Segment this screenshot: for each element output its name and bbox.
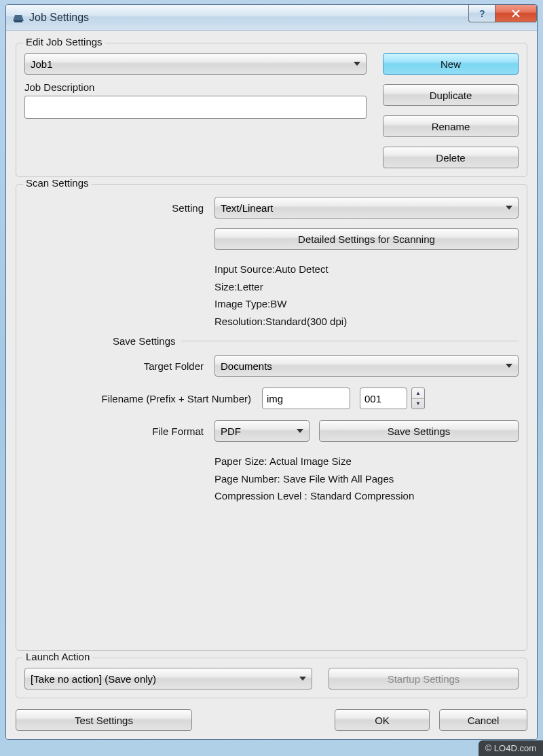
file-format-value: PDF (221, 426, 241, 437)
launch-action-label: Launch Action (23, 651, 92, 662)
spinner-down-icon[interactable]: ▼ (412, 399, 424, 409)
scan-settings-group: Scan Settings Setting Text/Lineart Detai… (16, 184, 527, 651)
new-button[interactable]: New (383, 53, 519, 75)
app-icon (12, 12, 25, 24)
info-compression: Compression Level : Standard Compression (214, 487, 414, 505)
window-title: Job Settings (29, 12, 89, 24)
info-page-number: Page Number: Save File With All Pages (214, 470, 414, 488)
spinner-up-icon[interactable]: ▲ (412, 388, 424, 399)
file-format-label: File Format (24, 426, 214, 437)
launch-action-group: Launch Action [Take no action] (Save onl… (16, 658, 527, 698)
scan-settings-label: Scan Settings (23, 177, 92, 189)
job-description-label: Job Description (24, 81, 367, 93)
job-select-value: Job1 (31, 58, 53, 70)
info-resolution: Resolution:Standard(300 dpi) (214, 313, 347, 330)
launch-action-select[interactable]: [Take no action] (Save only) (24, 668, 312, 689)
save-settings-label: Save Settings (113, 335, 176, 347)
detailed-settings-button[interactable]: Detailed Settings for Scanning (214, 228, 519, 250)
test-settings-button[interactable]: Test Settings (16, 709, 192, 731)
startup-settings-button[interactable]: Startup Settings (329, 668, 519, 689)
svg-rect-1 (14, 20, 22, 22)
info-image-type: Image Type:BW (214, 295, 347, 313)
divider (181, 341, 519, 341)
launch-action-value: [Take no action] (Save only) (31, 673, 156, 685)
target-folder-label: Target Folder (24, 360, 214, 372)
cancel-button[interactable]: Cancel (439, 709, 527, 731)
info-input-source: Input Source:Auto Detect (214, 261, 347, 278)
filename-prefix-input[interactable] (262, 388, 350, 409)
watermark: © LO4D.com (479, 740, 543, 756)
svg-text:?: ? (479, 9, 485, 18)
edit-job-settings-group: Edit Job Settings Job1 Job Description N… (16, 43, 527, 177)
setting-select[interactable]: Text/Lineart (214, 197, 519, 219)
setting-label: Setting (24, 202, 214, 214)
job-select[interactable]: Job1 (24, 53, 367, 75)
filename-number-input[interactable] (360, 388, 407, 409)
close-button[interactable] (495, 5, 537, 22)
edit-job-settings-label: Edit Job Settings (23, 36, 105, 48)
dialog-window: Job Settings ? Edit Job Settings Job1 Jo… (5, 4, 538, 740)
titlebar[interactable]: Job Settings ? (6, 5, 537, 31)
duplicate-button[interactable]: Duplicate (383, 84, 519, 106)
filename-label: Filename (Prefix + Start Number) (24, 393, 262, 404)
delete-button[interactable]: Delete (383, 147, 519, 168)
target-folder-value: Documents (221, 360, 272, 372)
setting-select-value: Text/Lineart (221, 202, 274, 214)
info-size: Size:Letter (214, 278, 347, 296)
save-settings-button[interactable]: Save Settings (319, 420, 519, 442)
job-description-input[interactable] (24, 96, 367, 119)
help-button[interactable]: ? (468, 5, 495, 22)
target-folder-select[interactable]: Documents (214, 355, 519, 377)
filename-number-spinner[interactable]: ▲ ▼ (411, 388, 425, 409)
svg-marker-0 (13, 15, 24, 21)
file-format-select[interactable]: PDF (214, 420, 310, 442)
ok-button[interactable]: OK (335, 709, 430, 731)
rename-button[interactable]: Rename (383, 115, 519, 137)
info-paper-size: Paper Size: Actual Image Size (214, 453, 414, 470)
